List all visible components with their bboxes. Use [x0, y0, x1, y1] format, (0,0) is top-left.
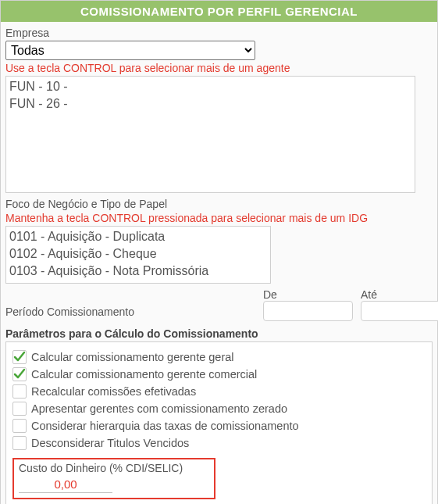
periodo-row: Período Comissionamento De Até: [5, 288, 433, 321]
foco-label: Foco de Negócio e Tipo de Papel: [5, 198, 433, 210]
params-box: Calcular comissionamento gerente geralCa…: [5, 341, 433, 504]
agentes-hint: Use a tecla CONTROL para selecionar mais…: [5, 62, 433, 74]
checkbox-label: Recalcular comissões efetivadas: [31, 385, 196, 398]
empresa-select[interactable]: Todas: [5, 41, 255, 60]
checkbox[interactable]: [12, 402, 27, 416]
checkbox[interactable]: [12, 436, 27, 450]
checkbox[interactable]: [12, 419, 27, 433]
check-icon: [13, 368, 26, 381]
checkbox[interactable]: [12, 367, 27, 381]
check-row: Recalcular comissões efetivadas: [12, 384, 426, 399]
panel-comissionamento: COMISSIONAMENTO POR PERFIL GERENCIAL Emp…: [0, 0, 438, 504]
empresa-label: Empresa: [5, 27, 433, 39]
check-row: Considerar hierarquia das taxas de comis…: [12, 419, 426, 433]
panel-body: Empresa Todas Use a tecla CONTROL para s…: [1, 22, 437, 504]
cdi-highlight: Custo do Dinheiro (% CDI/SELIC): [12, 458, 215, 499]
ate-label: Até: [361, 288, 438, 301]
list-item[interactable]: 0102 - Aquisição - Cheque: [9, 245, 267, 263]
check-row: Apresentar gerentes com comissionamento …: [12, 402, 426, 416]
foco-hint: Mantenha a tecla CONTROL pressionada par…: [5, 212, 433, 224]
checkbox-label: Considerar hierarquia das taxas de comis…: [31, 420, 299, 432]
de-label: De: [263, 288, 353, 301]
cdi-input[interactable]: [19, 476, 112, 493]
checkbox-label: Apresentar gerentes com comissionamento …: [31, 402, 287, 415]
checkbox[interactable]: [12, 384, 27, 399]
ate-input[interactable]: [361, 301, 438, 321]
check-row: Calcular comissionamento gerente comerci…: [12, 367, 426, 381]
check-row: Desconsiderar Titulos Vencidos: [12, 436, 426, 450]
list-item[interactable]: FUN - 26 -: [9, 95, 411, 113]
list-item[interactable]: 0103 - Aquisição - Nota Promissória: [9, 263, 267, 280]
checkbox-label: Calcular comissionamento gerente comerci…: [31, 368, 257, 381]
foco-listbox[interactable]: 0101 - Aquisição - Duplicata 0102 - Aqui…: [5, 226, 271, 284]
check-icon: [13, 351, 26, 363]
list-item[interactable]: FUN - 10 -: [9, 78, 411, 95]
checkbox-label: Calcular comissionamento gerente geral: [31, 351, 234, 363]
list-item[interactable]: 0101 - Aquisição - Duplicata: [9, 228, 267, 245]
checkbox-label: Desconsiderar Titulos Vencidos: [31, 437, 189, 449]
check-row: Calcular comissionamento gerente geral: [12, 350, 426, 364]
panel-title: COMISSIONAMENTO POR PERFIL GERENCIAL: [1, 1, 437, 22]
cdi-label: Custo do Dinheiro (% CDI/SELIC): [19, 462, 209, 474]
de-input[interactable]: [263, 301, 353, 321]
periodo-label: Período Comissionamento: [5, 306, 255, 321]
params-title: Parâmetros para o Cálculo do Comissionam…: [5, 327, 433, 340]
agentes-listbox[interactable]: FUN - 10 - FUN - 26 -: [5, 76, 415, 193]
checkbox[interactable]: [12, 350, 27, 364]
